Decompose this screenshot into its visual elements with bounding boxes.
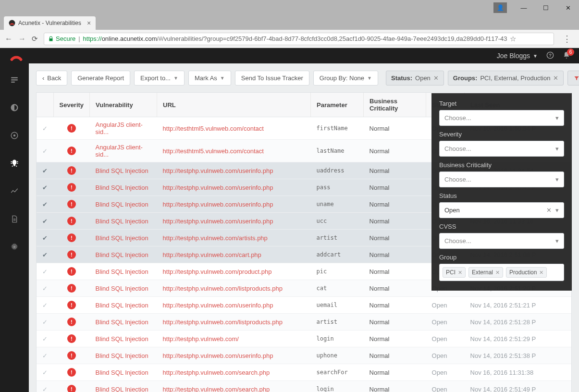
row-checkbox[interactable]: ✔ xyxy=(37,196,53,213)
row-checkbox[interactable]: ✔ xyxy=(37,162,53,179)
nav-back-icon[interactable]: ← xyxy=(5,35,12,43)
clear-icon[interactable]: ✕ xyxy=(546,207,552,214)
row-checkbox[interactable]: ✓ xyxy=(37,297,53,314)
url-cell[interactable]: http://testphp.vulnweb.com/search.php xyxy=(157,364,311,381)
col-severity[interactable]: Severity xyxy=(53,93,90,117)
mark-as-button[interactable]: Mark As▼ xyxy=(188,71,231,86)
url-cell[interactable]: http://testphp.vulnweb.com/listproducts.… xyxy=(157,314,311,331)
export-to-button[interactable]: Export to...▼ xyxy=(134,71,185,86)
vulnerability-cell[interactable]: AngularJS client-sid... xyxy=(90,140,157,162)
filter-cvss-select[interactable]: Choose...▾ xyxy=(439,233,564,249)
vulnerability-cell[interactable]: Blind SQL Injection xyxy=(90,263,157,280)
group-tag[interactable]: Production ✕ xyxy=(506,267,547,278)
reload-icon[interactable]: ⟳ xyxy=(32,35,38,43)
browser-menu-icon[interactable]: ⋮ xyxy=(560,34,574,44)
row-checkbox[interactable]: ✓ xyxy=(37,347,53,364)
table-row[interactable]: ✓!Blind SQL Injectionhttp://testphp.vuln… xyxy=(37,297,571,314)
url-cell[interactable]: http://testphp.vulnweb.com/userinfo.php xyxy=(157,162,311,179)
row-checkbox[interactable]: ✔ xyxy=(37,179,53,196)
url-cell[interactable]: http://testphp.vulnweb.com/artists.php xyxy=(157,230,311,246)
back-button[interactable]: ‹Back xyxy=(36,71,67,86)
vulnerability-cell[interactable]: Blind SQL Injection xyxy=(90,213,157,230)
vulnerability-cell[interactable]: Blind SQL Injection xyxy=(90,280,157,297)
notifications-icon[interactable]: 6 xyxy=(563,51,570,61)
sidebar-vulnerabilities[interactable] xyxy=(0,156,29,171)
remove-tag-icon[interactable]: ✕ xyxy=(539,270,543,276)
group-tag[interactable]: PCI ✕ xyxy=(443,267,466,278)
filter-severity-select[interactable]: Choose...▾ xyxy=(439,141,564,157)
row-checkbox[interactable]: ✓ xyxy=(37,314,53,331)
url-cell[interactable]: http://testphp.vulnweb.com/product.php xyxy=(157,263,311,280)
vulnerability-cell[interactable]: Blind SQL Injection xyxy=(90,246,157,263)
row-checkbox[interactable]: ✓ xyxy=(37,117,53,140)
url-cell[interactable]: http://testphp.vulnweb.com/userinfo.php xyxy=(157,179,311,196)
table-row[interactable]: ✓!Blind SQL Injectionhttp://testphp.vuln… xyxy=(37,331,571,347)
vulnerability-cell[interactable]: Blind SQL Injection xyxy=(90,230,157,246)
window-minimize[interactable]: — xyxy=(513,0,535,15)
tab-close-icon[interactable]: × xyxy=(87,19,91,27)
row-checkbox[interactable]: ✓ xyxy=(37,280,53,297)
vulnerability-cell[interactable]: Blind SQL Injection xyxy=(90,364,157,381)
vulnerability-cell[interactable]: Blind SQL Injection xyxy=(90,196,157,213)
sidebar-scans[interactable] xyxy=(0,128,29,143)
url-cell[interactable]: http://testhtml5.vulnweb.com/contact xyxy=(157,117,311,140)
generate-report-button[interactable]: Generate Report xyxy=(71,71,130,86)
table-row[interactable]: ✓!Blind SQL Injectionhttp://testphp.vuln… xyxy=(37,381,571,392)
sidebar-targets[interactable] xyxy=(0,100,29,115)
vulnerability-cell[interactable]: Blind SQL Injection xyxy=(90,179,157,196)
window-close[interactable]: ✕ xyxy=(557,0,579,15)
browser-tab[interactable]: Acunetix - Vulnerabilities × xyxy=(4,16,96,30)
status-filter-pill[interactable]: Status:Open✕ xyxy=(386,71,444,86)
app-logo-icon[interactable] xyxy=(9,48,24,63)
row-checkbox[interactable]: ✔ xyxy=(37,213,53,230)
url-cell[interactable]: http://testphp.vulnweb.com/userinfo.php xyxy=(157,347,311,364)
remove-tag-icon[interactable]: ✕ xyxy=(495,270,500,276)
filter-criticality-select[interactable]: Choose...▾ xyxy=(439,172,564,187)
table-row[interactable]: ✓!Blind SQL Injectionhttp://testphp.vuln… xyxy=(37,347,571,364)
send-to-tracker-button[interactable]: Send To Issue Tracker xyxy=(235,71,309,86)
select-all-checkbox[interactable] xyxy=(37,93,53,117)
os-user-icon[interactable]: 👤 xyxy=(493,2,507,13)
col-url[interactable]: URL xyxy=(157,93,311,117)
row-checkbox[interactable]: ✓ xyxy=(37,263,53,280)
group-tag[interactable]: External ✕ xyxy=(468,267,503,278)
vulnerability-cell[interactable]: Blind SQL Injection xyxy=(90,297,157,314)
row-checkbox[interactable]: ✔ xyxy=(37,230,53,246)
url-cell[interactable]: http://testphp.vulnweb.com/cart.php xyxy=(157,246,311,263)
table-row[interactable]: ✓!Blind SQL Injectionhttp://testphp.vuln… xyxy=(37,364,571,381)
help-icon[interactable]: ? xyxy=(546,51,554,61)
url-cell[interactable]: http://testphp.vulnweb.com/listproducts.… xyxy=(157,280,311,297)
row-checkbox[interactable]: ✓ xyxy=(37,381,53,392)
filter-group-tags[interactable]: PCI ✕External ✕Production ✕ xyxy=(439,264,564,281)
url-cell[interactable]: http://testphp.vulnweb.com/search.php xyxy=(157,381,311,392)
remove-icon[interactable]: ✕ xyxy=(433,74,439,82)
window-maximize[interactable]: ☐ xyxy=(535,0,557,15)
url-cell[interactable]: http://testphp.vulnweb.com/userinfo.php xyxy=(157,297,311,314)
filter-target-select[interactable]: Choose...▾ xyxy=(439,110,564,126)
filter-status-select[interactable]: Open✕▾ xyxy=(439,202,564,218)
group-by-button[interactable]: Group By: None▼ xyxy=(313,71,378,86)
sidebar-documents[interactable] xyxy=(0,211,29,227)
filter-button[interactable]: Filter xyxy=(567,71,579,86)
user-menu[interactable]: Joe Bloggs ▼ xyxy=(497,52,538,60)
vulnerability-cell[interactable]: Blind SQL Injection xyxy=(90,162,157,179)
sidebar-settings[interactable] xyxy=(0,239,29,255)
remove-icon[interactable]: ✕ xyxy=(553,74,558,82)
vulnerability-cell[interactable]: Blind SQL Injection xyxy=(90,331,157,347)
address-bar[interactable]: Secure | https://online.acunetix.com/#/v… xyxy=(44,33,554,45)
url-cell[interactable]: http://testphp.vulnweb.com/userinfo.php xyxy=(157,213,311,230)
groups-filter-pill[interactable]: Groups:PCI, External, Production✕ xyxy=(448,71,564,86)
row-checkbox[interactable]: ✔ xyxy=(37,246,53,263)
table-row[interactable]: ✓!Blind SQL Injectionhttp://testphp.vuln… xyxy=(37,314,571,331)
col-vulnerability[interactable]: Vulnerability xyxy=(90,93,157,117)
url-cell[interactable]: http://testphp.vulnweb.com/userinfo.php xyxy=(157,196,311,213)
row-checkbox[interactable]: ✓ xyxy=(37,364,53,381)
vulnerability-cell[interactable]: AngularJS client-sid... xyxy=(90,117,157,140)
col-parameter[interactable]: Parameter xyxy=(311,93,364,117)
row-checkbox[interactable]: ✓ xyxy=(37,331,53,347)
sidebar-dashboard[interactable] xyxy=(0,72,29,87)
row-checkbox[interactable]: ✓ xyxy=(37,140,53,162)
url-cell[interactable]: http://testhtml5.vulnweb.com/contact xyxy=(157,140,311,162)
url-cell[interactable]: http://testphp.vulnweb.com/ xyxy=(157,331,311,347)
col-business-criticality[interactable]: Business Criticality xyxy=(364,93,426,117)
